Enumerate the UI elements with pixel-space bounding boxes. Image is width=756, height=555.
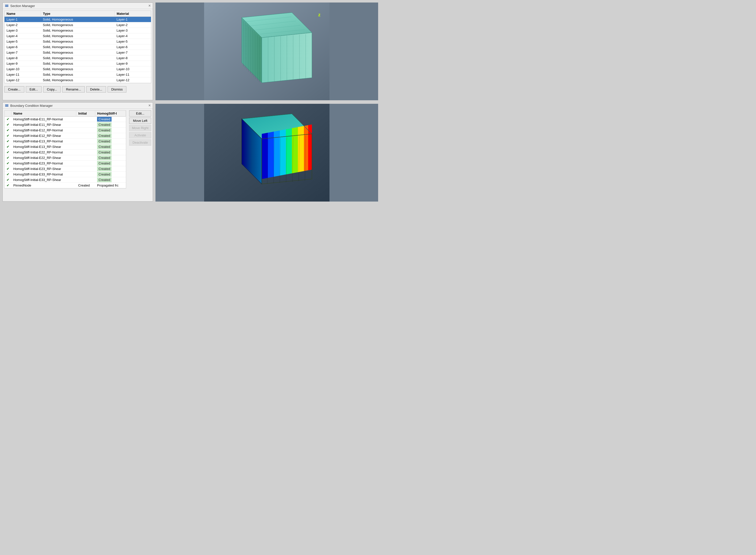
table-row[interactable]: Layer-4 Solid, Homogeneous Layer-4 xyxy=(4,33,151,39)
row-name: Layer-12 xyxy=(4,78,41,83)
table-row[interactable]: ✔ HomogStiff-Initial-E33_RP-Normal Creat… xyxy=(4,172,126,177)
table-row[interactable]: Layer-6 Solid, Homogeneous Layer-6 xyxy=(4,44,151,50)
row-type: Solid, Homogeneous xyxy=(41,28,115,33)
bc-manager-close[interactable]: × xyxy=(149,103,151,108)
z-axis-label: z xyxy=(318,12,321,17)
row-name: HomogStiff-Initial-E13_RP-Shear xyxy=(11,144,76,150)
row-name: Layer-9 xyxy=(4,61,41,67)
bc-edit-button[interactable]: Edit... xyxy=(129,110,151,117)
bc-table-header: Name Initial HomogStiff-I xyxy=(4,111,126,117)
row-homog: Created xyxy=(95,144,126,150)
bc-manager-icon xyxy=(5,103,9,108)
row-homog: Created xyxy=(95,172,126,177)
table-row[interactable]: ✔ HomogStiff-Initial-E13_RP-Shear Create… xyxy=(4,144,126,150)
table-row[interactable]: ✔ HomogStiff-Initial-E23_RP-Normal Creat… xyxy=(4,161,126,166)
svg-rect-30 xyxy=(5,106,8,106)
row-initial xyxy=(76,177,95,183)
dismiss-button[interactable]: Dismiss xyxy=(108,86,127,92)
table-row[interactable]: Layer-1 Solid, Homogeneous Layer-1 xyxy=(4,17,151,22)
row-check: ✔ xyxy=(4,166,11,172)
row-name: Layer-1 xyxy=(4,17,41,22)
row-name: HomogStiff-Initial-E33_RP-Normal xyxy=(11,172,76,177)
row-homog: Created xyxy=(95,117,126,122)
row-name: Layer-11 xyxy=(4,72,41,78)
row-name: HomogStiff-Initial-E11_RP-Normal xyxy=(11,117,76,122)
row-name: Layer-10 xyxy=(4,67,41,72)
teal-cube-svg: z xyxy=(156,2,378,100)
row-check: ✔ xyxy=(4,161,11,166)
table-row[interactable]: Layer-12 Solid, Homogeneous Layer-12 xyxy=(4,78,151,83)
deactivate-button[interactable]: Deactivate xyxy=(129,139,151,146)
row-initial: Created xyxy=(76,183,95,188)
row-material: Layer-6 xyxy=(115,44,151,50)
row-initial xyxy=(76,150,95,155)
row-check: ✔ xyxy=(4,183,11,188)
row-material: Layer-2 xyxy=(115,22,151,28)
row-check: ✔ xyxy=(4,177,11,183)
svg-rect-29 xyxy=(5,104,8,105)
row-initial xyxy=(76,133,95,139)
row-initial xyxy=(76,166,95,172)
row-homog: Created xyxy=(95,128,126,133)
row-name: HomogStiff-Initial-E22_RP-Shear xyxy=(11,155,76,161)
table-row[interactable]: ✔ HomogStiff-Initial-E22_RP-Normal Creat… xyxy=(4,150,126,155)
row-name: HomogStiff-Initial-E13_RP-Normal xyxy=(11,139,76,144)
table-row[interactable]: Layer-2 Solid, Homogeneous Layer-2 xyxy=(4,22,151,28)
row-name: Layer-5 xyxy=(4,39,41,44)
row-type: Solid, Homogeneous xyxy=(41,39,115,44)
table-row[interactable]: ✔ HomogStiff-Initial-E13_RP-Normal Creat… xyxy=(4,139,126,144)
table-row[interactable]: Layer-10 Solid, Homogeneous Layer-10 xyxy=(4,67,151,72)
table-row[interactable]: ✔ HomogStiff-Initial-E12_RP-Shear Create… xyxy=(4,133,126,139)
move-right-button[interactable]: Move Right xyxy=(129,125,151,131)
row-name: Layer-8 xyxy=(4,55,41,61)
row-initial xyxy=(76,128,95,133)
table-row[interactable]: Layer-9 Solid, Homogeneous Layer-9 xyxy=(4,61,151,67)
table-row[interactable]: Layer-7 Solid, Homogeneous Layer-7 xyxy=(4,50,151,55)
table-row[interactable]: Layer-5 Solid, Homogeneous Layer-5 xyxy=(4,39,151,44)
row-homog: Created xyxy=(95,155,126,161)
section-manager-titlebar: Section Manager × xyxy=(3,3,153,9)
table-row[interactable]: ✔ HomogStiff-Initial-E11_RP-Shear Create… xyxy=(4,122,126,128)
row-material: Layer-9 xyxy=(115,61,151,67)
svg-rect-37 xyxy=(274,127,280,178)
delete-button[interactable]: Delete... xyxy=(86,86,106,92)
row-initial xyxy=(76,155,95,161)
move-left-button[interactable]: Move Left xyxy=(129,118,151,124)
row-check: ✔ xyxy=(4,133,11,139)
titlebar-left: Section Manager xyxy=(5,4,35,8)
rename-button[interactable]: Rename... xyxy=(62,86,85,92)
table-row[interactable]: Layer-3 Solid, Homogeneous Layer-3 xyxy=(4,28,151,33)
table-row[interactable]: ✔ HomogStiff-Initial-E33_RP-Shear Create… xyxy=(4,177,126,183)
table-row[interactable]: ✔ HomogStiff-Initial-E23_RP-Shear Create… xyxy=(4,166,126,172)
svg-rect-35 xyxy=(262,128,268,180)
row-homog: Created xyxy=(95,150,126,155)
row-type: Solid, Homogeneous xyxy=(41,72,115,78)
edit-button[interactable]: Edit... xyxy=(26,86,42,92)
row-check: ✔ xyxy=(4,117,11,122)
svg-rect-38 xyxy=(280,126,286,178)
row-name: HomogStiff-Initial-E22_RP-Normal xyxy=(11,150,76,155)
row-name: Layer-3 xyxy=(4,28,41,33)
bc-manager-panel: Boundary Condition Manager × Name Initia… xyxy=(2,102,153,202)
col-header-type: Type xyxy=(41,11,115,17)
table-row[interactable]: Layer-8 Solid, Homogeneous Layer-8 xyxy=(4,55,151,61)
activate-button[interactable]: Activate xyxy=(129,132,151,138)
create-button[interactable]: Create... xyxy=(4,86,24,92)
row-initial xyxy=(76,144,95,150)
row-name: HomogStiff-Initial-E11_RP-Shear xyxy=(11,122,76,128)
row-homog: Created xyxy=(95,133,126,139)
row-homog: Created xyxy=(95,139,126,144)
table-row[interactable]: Layer-11 Solid, Homogeneous Layer-11 xyxy=(4,72,151,78)
table-row[interactable]: ✔ HomogStiff-Initial-E22_RP-Shear Create… xyxy=(4,155,126,161)
row-material: Layer-11 xyxy=(115,72,151,78)
table-row[interactable]: ✔ HomogStiff-Initial-E11_RP-Normal Creat… xyxy=(4,117,126,122)
row-type: Solid, Homogeneous xyxy=(41,55,115,61)
row-name: Layer-4 xyxy=(4,33,41,39)
row-homog: Created xyxy=(95,166,126,172)
copy-button[interactable]: Copy... xyxy=(43,86,61,92)
bc-manager-title: Boundary Condition Manager xyxy=(10,104,53,108)
section-manager-close[interactable]: × xyxy=(149,4,151,8)
table-row[interactable]: ✔ HomogStiff-Initial-E12_RP-Normal Creat… xyxy=(4,128,126,133)
section-manager-title: Section Manager xyxy=(10,4,35,8)
table-row[interactable]: ✔ PinnedNode Created Propagated frc xyxy=(4,183,126,188)
